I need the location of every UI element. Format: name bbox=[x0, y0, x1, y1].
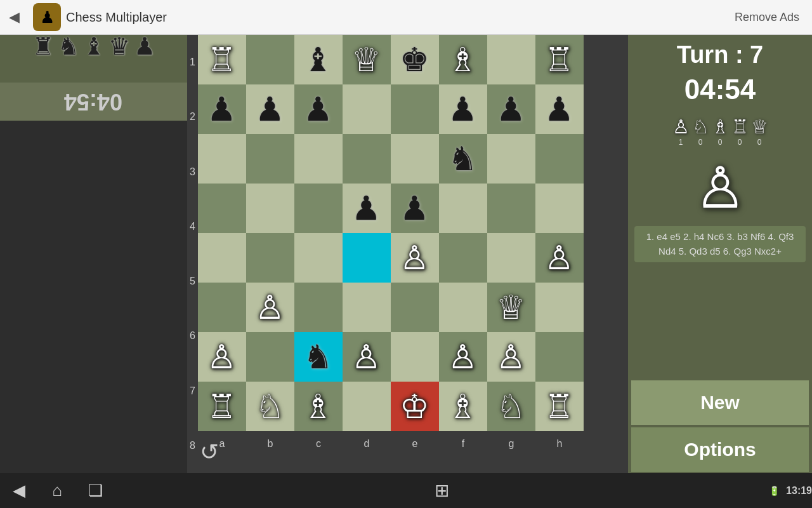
cell-f6[interactable]: ♞ bbox=[439, 134, 487, 184]
cell-f7[interactable]: ♟ bbox=[439, 84, 487, 134]
piece: ♟ bbox=[255, 90, 285, 128]
cell-g8[interactable] bbox=[487, 35, 535, 84]
cell-c8[interactable]: ♝ bbox=[294, 35, 343, 84]
cell-a5[interactable] bbox=[198, 184, 246, 233]
piece: ♕ bbox=[351, 41, 381, 79]
cell-e4[interactable]: ♙ bbox=[391, 233, 439, 283]
cell-d2[interactable]: ♙ bbox=[343, 332, 391, 382]
cell-c4[interactable] bbox=[294, 233, 343, 283]
piece: ♙ bbox=[496, 338, 526, 376]
cell-h6[interactable] bbox=[535, 134, 584, 184]
nav-home-button[interactable]: ⌂ bbox=[38, 473, 76, 508]
cell-f4[interactable] bbox=[439, 233, 487, 283]
cell-e7[interactable] bbox=[391, 84, 439, 134]
piece: ♞ bbox=[303, 338, 333, 376]
cell-h2[interactable] bbox=[535, 332, 584, 382]
board-container: 87654321 ♖♝♕♚♗♖♟♟♟♟♟♟♞♟♟♙♙♙♕♙♞♙♙♙♖♘♗♔♗♘♖… bbox=[187, 35, 580, 473]
cell-b4[interactable] bbox=[246, 233, 294, 283]
piece: ♟ bbox=[544, 90, 574, 128]
cell-a1[interactable]: ♖ bbox=[198, 382, 246, 431]
cell-a2[interactable]: ♙ bbox=[198, 332, 246, 382]
file-labels: abcdefgh bbox=[198, 431, 584, 457]
cell-a3[interactable] bbox=[198, 283, 246, 332]
cell-e1[interactable]: ♔ bbox=[391, 382, 439, 431]
options-button[interactable]: Options bbox=[631, 427, 809, 472]
cell-e3[interactable] bbox=[391, 283, 439, 332]
rank-label-1: 1 bbox=[190, 37, 195, 87]
piece: ♘ bbox=[496, 387, 526, 425]
cell-b3[interactable]: ♙ bbox=[246, 283, 294, 332]
remove-ads-button[interactable]: Remove Ads bbox=[735, 11, 799, 24]
cap-piece-symbol: ♛ bbox=[108, 32, 130, 60]
cell-b1[interactable]: ♘ bbox=[246, 382, 294, 431]
keyboard-button[interactable]: ⊞ bbox=[435, 480, 449, 501]
cell-d6[interactable] bbox=[343, 134, 391, 184]
cell-g4[interactable] bbox=[487, 233, 535, 283]
left-panel: 0♜0♞0♝0♛0♟ 04:54 bbox=[0, 0, 187, 473]
back-button[interactable]: ◀ bbox=[0, 0, 28, 35]
cell-b2[interactable] bbox=[246, 332, 294, 382]
chess-board: ♖♝♕♚♗♖♟♟♟♟♟♟♞♟♟♙♙♙♕♙♞♙♙♙♖♘♗♔♗♘♖ bbox=[198, 35, 584, 431]
cell-c6[interactable] bbox=[294, 134, 343, 184]
piece: ♙ bbox=[255, 288, 285, 326]
cell-e5[interactable]: ♟ bbox=[391, 184, 439, 233]
file-label-d: d bbox=[343, 438, 391, 450]
cell-b7[interactable]: ♟ bbox=[246, 84, 294, 134]
cell-e6[interactable] bbox=[391, 134, 439, 184]
cell-d7[interactable] bbox=[343, 84, 391, 134]
nav-back-button[interactable]: ◀ bbox=[0, 473, 38, 508]
cell-b8[interactable] bbox=[246, 35, 294, 84]
cell-h7[interactable]: ♟ bbox=[535, 84, 584, 134]
cell-g3[interactable]: ♕ bbox=[487, 283, 535, 332]
cell-h4[interactable]: ♙ bbox=[535, 233, 584, 283]
cell-a8[interactable]: ♖ bbox=[198, 35, 246, 84]
cap-piece-symbol: ♝ bbox=[83, 32, 105, 60]
cell-a6[interactable] bbox=[198, 134, 246, 184]
cell-a4[interactable] bbox=[198, 233, 246, 283]
piece: ♙ bbox=[448, 338, 478, 376]
cell-d1[interactable] bbox=[343, 382, 391, 431]
cell-b6[interactable] bbox=[246, 134, 294, 184]
cell-f5[interactable] bbox=[439, 184, 487, 233]
cell-b5[interactable] bbox=[246, 184, 294, 233]
file-label-a: a bbox=[198, 438, 246, 450]
cell-f3[interactable] bbox=[439, 283, 487, 332]
cell-e8[interactable]: ♚ bbox=[391, 35, 439, 84]
piece: ♖ bbox=[544, 41, 574, 79]
piece: ♕ bbox=[496, 288, 526, 326]
cell-c2[interactable]: ♞ bbox=[294, 332, 343, 382]
new-game-button[interactable]: New bbox=[631, 380, 809, 425]
cell-d8[interactable]: ♕ bbox=[343, 35, 391, 84]
cell-g7[interactable]: ♟ bbox=[487, 84, 535, 134]
cell-f1[interactable]: ♗ bbox=[439, 382, 487, 431]
piece: ♗ bbox=[448, 387, 478, 425]
cap-piece-white-group: ♙1 bbox=[672, 116, 690, 147]
cell-c5[interactable] bbox=[294, 184, 343, 233]
cell-c1[interactable]: ♗ bbox=[294, 382, 343, 431]
cell-c3[interactable] bbox=[294, 283, 343, 332]
cell-f2[interactable]: ♙ bbox=[439, 332, 487, 382]
cell-h1[interactable]: ♖ bbox=[535, 382, 584, 431]
cell-h8[interactable]: ♖ bbox=[535, 35, 584, 84]
cell-h3[interactable] bbox=[535, 283, 584, 332]
cell-g6[interactable] bbox=[487, 134, 535, 184]
cell-d4[interactable] bbox=[343, 233, 391, 283]
file-label-h: h bbox=[535, 438, 584, 450]
cell-d3[interactable] bbox=[343, 283, 391, 332]
cell-f8[interactable]: ♗ bbox=[439, 35, 487, 84]
piece: ♟ bbox=[400, 189, 429, 227]
cell-e2[interactable] bbox=[391, 332, 439, 382]
rank-label-7: 7 bbox=[190, 366, 195, 416]
cell-g5[interactable] bbox=[487, 184, 535, 233]
cell-c7[interactable]: ♟ bbox=[294, 84, 343, 134]
clock: 13:19 bbox=[786, 485, 812, 497]
cell-g1[interactable]: ♘ bbox=[487, 382, 535, 431]
cell-a7[interactable]: ♟ bbox=[198, 84, 246, 134]
cell-g2[interactable]: ♙ bbox=[487, 332, 535, 382]
file-label-c: c bbox=[294, 438, 343, 450]
cell-h5[interactable] bbox=[535, 184, 584, 233]
nav-windows-button[interactable]: ❏ bbox=[76, 473, 114, 508]
piece: ♖ bbox=[207, 387, 237, 425]
board-and-files: ♖♝♕♚♗♖♟♟♟♟♟♟♞♟♟♙♙♙♕♙♞♙♙♙♖♘♗♔♗♘♖ abcdefgh bbox=[198, 35, 584, 473]
cell-d5[interactable]: ♟ bbox=[343, 184, 391, 233]
